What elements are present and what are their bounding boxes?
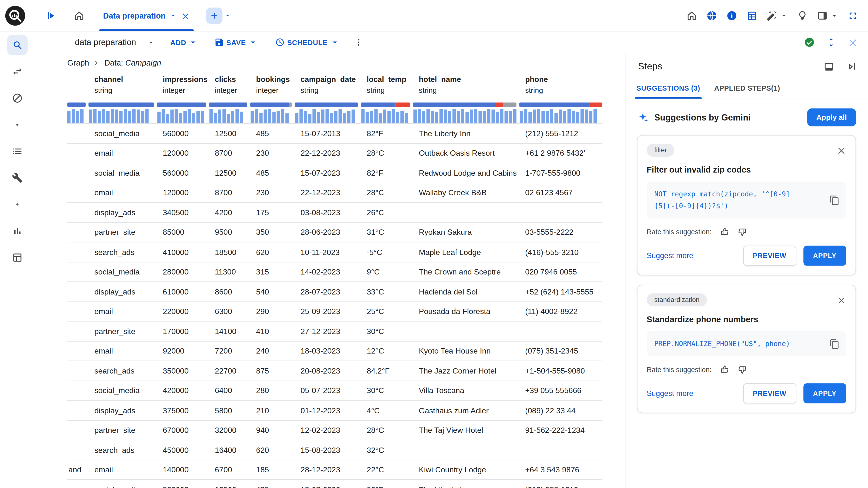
cell-local_temp[interactable]: 82°F <box>361 124 413 143</box>
cell-campaign_date[interactable]: 28-12-2023 <box>294 460 361 479</box>
cell-campaign_date[interactable]: 28-06-2023 <box>294 223 361 242</box>
cell-campaign_date[interactable]: 27-12-2023 <box>294 322 361 341</box>
cell-partial[interactable] <box>67 124 89 143</box>
cell-hotel_name[interactable]: Villa Toscana <box>413 381 519 400</box>
tab-applied-steps[interactable]: APPLIED STEPS(1) <box>707 78 787 99</box>
cell-partial[interactable] <box>67 163 89 183</box>
home-icon[interactable] <box>686 10 697 21</box>
globe-icon[interactable] <box>707 10 717 21</box>
cell-phone[interactable]: +39 055 555666 <box>519 381 602 400</box>
cell-hotel_name[interactable]: Ryokan Sakura <box>413 223 519 242</box>
collapse-panel-icon[interactable] <box>846 61 857 72</box>
thumb-up-icon[interactable] <box>719 364 730 375</box>
cell-campaign_date[interactable]: 01-12-2023 <box>294 401 361 420</box>
unfold-icon[interactable] <box>826 37 837 48</box>
cell-channel[interactable]: display_ads <box>89 282 157 301</box>
cell-campaign_date[interactable]: 28-07-2023 <box>294 282 361 301</box>
cell-phone[interactable]: (416)-555-3210 <box>519 242 602 262</box>
cell-hotel_name[interactable] <box>413 440 519 460</box>
cell-bookings[interactable]: 350 <box>250 223 294 242</box>
cell-phone[interactable]: 91-562-222-1234 <box>519 421 602 440</box>
cell-bookings[interactable]: 485 <box>250 163 294 183</box>
cell-clicks[interactable]: 12500 <box>209 124 250 143</box>
fullscreen-icon[interactable] <box>847 10 858 21</box>
suggest-more-link[interactable]: Suggest more <box>647 252 693 260</box>
cell-local_temp[interactable]: 82°F <box>361 480 413 488</box>
histogram-phone[interactable] <box>519 109 602 123</box>
cell-channel[interactable]: social_media <box>89 381 157 400</box>
cell-campaign_date[interactable]: 22-12-2023 <box>294 143 361 163</box>
histogram-campaign_date[interactable] <box>294 109 361 123</box>
more-options-icon[interactable] <box>354 37 364 47</box>
lightbulb-icon[interactable] <box>797 10 808 21</box>
cell-hotel_name[interactable]: Redwood Lodge and Cabins <box>413 163 519 183</box>
cell-bookings[interactable]: 485 <box>250 480 294 488</box>
cell-phone[interactable]: (075) 351-2345 <box>519 341 602 360</box>
cell-campaign_date[interactable]: 03-08-2023 <box>294 203 361 222</box>
cell-phone[interactable]: (089) 22 33 44 <box>519 401 602 420</box>
cell-partial[interactable] <box>67 282 89 301</box>
histogram-channel[interactable] <box>89 109 157 123</box>
cell-channel[interactable]: email <box>89 460 157 479</box>
cell-bookings[interactable]: 240 <box>250 341 294 360</box>
cell-channel[interactable]: partner_site <box>89 223 157 242</box>
cell-clicks[interactable]: 6400 <box>209 381 250 400</box>
cell-local_temp[interactable]: 31°C <box>361 223 413 242</box>
column-type-clicks[interactable]: integer <box>209 86 250 100</box>
cell-clicks[interactable]: 5800 <box>209 401 250 420</box>
cell-bookings[interactable]: 290 <box>250 302 294 321</box>
histogram-bookings[interactable] <box>250 109 294 123</box>
quality-bar-campaign_date[interactable] <box>294 102 361 107</box>
cell-bookings[interactable]: 540 <box>250 282 294 301</box>
cell-partial[interactable] <box>67 480 89 488</box>
suggest-more-link[interactable]: Suggest more <box>647 389 693 398</box>
cell-hotel_name[interactable]: The Jazz Corner Hotel <box>413 361 519 381</box>
preview-button[interactable]: PREVIEW <box>743 246 796 266</box>
cell-partial[interactable] <box>67 183 89 202</box>
cell-local_temp[interactable]: -5°C <box>361 242 413 262</box>
cell-bookings[interactable]: 280 <box>250 381 294 400</box>
column-header-bookings[interactable]: bookings <box>250 75 294 86</box>
histogram-clicks[interactable] <box>209 109 250 123</box>
rail-item-dot-3[interactable] <box>7 115 28 135</box>
cell-campaign_date[interactable]: 18-03-2023 <box>294 341 361 360</box>
cell-impressions[interactable]: 350000 <box>157 361 209 381</box>
cell-hotel_name[interactable]: Maple Leaf Lodge <box>413 242 519 262</box>
cell-clicks[interactable]: 32000 <box>209 421 250 440</box>
cell-bookings[interactable]: 185 <box>250 460 294 479</box>
cell-partial[interactable] <box>67 262 89 282</box>
table-icon[interactable] <box>746 10 757 21</box>
cell-local_temp[interactable]: 30°C <box>361 322 413 341</box>
close-icon[interactable] <box>847 37 858 48</box>
wand-dropdown-icon[interactable] <box>780 11 788 19</box>
cell-phone[interactable]: 03-5555-2222 <box>519 223 602 242</box>
cell-partial[interactable] <box>67 322 89 341</box>
cell-impressions[interactable]: 410000 <box>157 242 209 262</box>
cell-phone[interactable]: +64 3 543 9876 <box>519 460 602 479</box>
cell-local_temp[interactable]: 32°C <box>361 440 413 460</box>
column-type-partial[interactable] <box>67 86 89 100</box>
cell-local_temp[interactable]: 9°C <box>361 262 413 282</box>
cell-campaign_date[interactable]: 12-02-2023 <box>294 421 361 440</box>
column-type-hotel_name[interactable]: string <box>413 86 519 100</box>
cell-clicks[interactable]: 8700 <box>209 143 250 163</box>
cell-channel[interactable]: display_ads <box>89 401 157 420</box>
apply-all-button[interactable]: Apply all <box>807 108 856 126</box>
cell-impressions[interactable]: 120000 <box>157 183 209 202</box>
cell-phone[interactable]: (212) 555-1212 <box>519 124 602 143</box>
column-header-channel[interactable]: channel <box>89 75 157 86</box>
cell-partial[interactable] <box>67 223 89 242</box>
cell-channel[interactable]: search_ads <box>89 361 157 381</box>
column-type-local_temp[interactable]: string <box>361 86 413 100</box>
apply-button[interactable]: APPLY <box>803 383 846 403</box>
cell-impressions[interactable]: 610000 <box>157 282 209 301</box>
cell-hotel_name[interactable]: Kiwi Country Lodge <box>413 460 519 479</box>
cell-hotel_name[interactable]: The Liberty Inn <box>413 124 519 143</box>
column-type-phone[interactable]: string <box>519 86 602 100</box>
cell-clicks[interactable]: 12500 <box>209 480 250 488</box>
cell-local_temp[interactable]: 30°C <box>361 381 413 400</box>
cell-channel[interactable]: partner_site <box>89 322 157 341</box>
column-type-campaign_date[interactable]: string <box>294 86 361 100</box>
tab-data-preparation[interactable]: Data preparation <box>97 0 197 31</box>
rail-item-dot-6[interactable] <box>7 194 28 215</box>
